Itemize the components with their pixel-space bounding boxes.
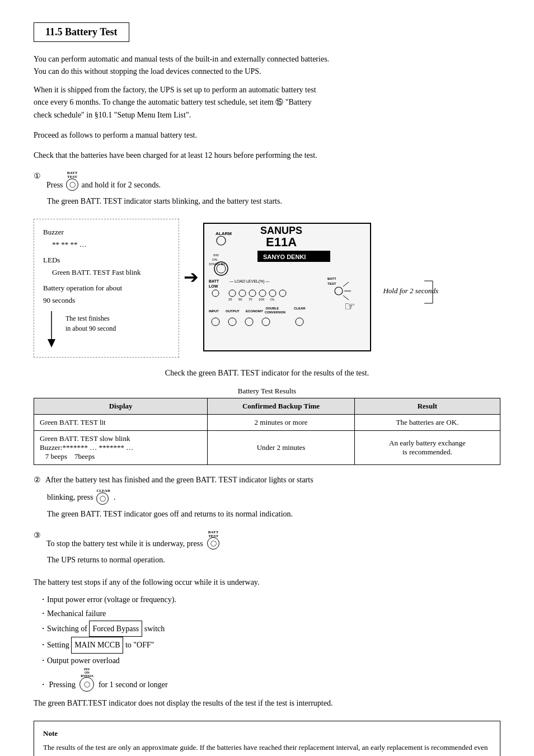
clear-button-wrapper: CLEAR ◯ [96,489,110,506]
page-container: 11.5 Battery Test You can perform automa… [34,22,500,756]
svg-text:CLEAR: CLEAR [294,307,306,310]
step2-line1: ② After the battery test has finished an… [34,474,500,486]
note-text: The results of the test are only an appr… [43,742,491,756]
batt-test-button-icon[interactable]: ◯ [66,179,78,191]
table-row: Green BATT. TEST lit 2 minutes or more T… [34,415,500,431]
svg-point-44 [262,318,270,326]
leds-label: LEDs Green BATT. TEST Fast blink [43,254,170,279]
svg-text:BATT: BATT [209,279,219,283]
svg-text:— LOAD LEVEL(%) —: — LOAD LEVEL(%) — [229,279,270,284]
stops-text: The battery test stops if any of the fol… [34,576,500,589]
step3-number: ③ [34,530,41,540]
battery-op: Battery operation for about 90 seconds [43,282,170,307]
step3-text1: To stop the battery test while it is und… [46,530,221,551]
step3-line1: ③ To stop the battery test while it is u… [34,530,500,551]
svg-text:TEST: TEST [327,282,336,285]
step1-sub: The green BATT. TEST indicator starts bl… [47,195,500,208]
svg-point-17 [229,290,236,297]
intro-para1: You can perform automatic and manual tes… [34,53,500,78]
svg-point-30 [335,287,343,295]
flow-arrow-svg [43,311,60,350]
ups-panel-svg: ALARM SANUPS E11A SANYO DENKI INV ON STA… [203,223,371,351]
svg-text:25: 25 [228,298,232,301]
svg-text:75: 75 [249,298,252,301]
row2-display: Green BATT. TEST slow blink Buzzer:*****… [34,431,208,465]
svg-point-15 [212,290,219,297]
list-item: Output power overload [39,654,500,668]
list-item: Input power error (voltage or frequency)… [39,593,500,607]
svg-point-42 [228,318,236,326]
svg-point-43 [245,318,253,326]
left-panel: Buzzer ** ** ** … LEDs Green BATT. TEST … [34,219,179,358]
proceed-text2: Check that the batteries have been charg… [34,149,500,162]
arrow-right-icon: ➔ [184,266,199,288]
pressing-button-wrapper: INVONBYPASS ◯ [79,668,94,693]
svg-text:SANYO DENKI: SANYO DENKI [263,253,306,260]
svg-point-41 [212,318,219,326]
row1-time: 2 minutes or more [208,415,355,431]
svg-point-19 [249,290,256,297]
forced-bypass-label: Forced Bypass [89,621,142,637]
svg-line-31 [343,282,349,287]
svg-text:CONVERSION: CONVERSION [265,311,285,314]
check-text: Check the green BATT. TEST indicator for… [34,369,500,378]
col-display: Display [34,398,208,415]
svg-text:ON: ON [212,258,217,261]
pressing-label-top: INVONBYPASS [79,668,94,678]
step2-text1: After the battery test has finished and … [45,474,313,486]
step3: ③ To stop the battery test while it is u… [34,530,500,566]
svg-marker-1 [48,339,55,348]
batt-test-label-top: BATTTEST [66,171,78,179]
step1-inline: ① Press BATTTEST ◯ and hold it for 2 sec… [34,171,500,192]
stop-button-wrapper: BATTTEST ◯ [207,530,219,551]
note-title: Note [43,728,491,740]
svg-point-3 [217,236,226,245]
col-time: Confirmed Backup Time [208,398,355,415]
step1: ① Press BATTTEST ◯ and hold it for 2 sec… [34,171,500,208]
down-arrows [43,311,60,350]
results-table-head: Display Confirmed Backup Time Result [34,398,500,415]
proceed-text1: Proceed as follows to perform a manual b… [34,129,500,142]
diagram-outer: Buzzer ** ** ** … LEDs Green BATT. TEST … [34,219,500,358]
step2: ② After the battery test has finished an… [34,474,500,520]
bracket-line-svg [424,275,441,309]
row2-time: Under 2 minutes [208,431,355,465]
list-item: Switching of Forced Bypass switch [39,621,500,637]
col-result: Result [354,398,500,415]
svg-text:INV: INV [213,253,219,257]
step1-text: Press BATTTEST ◯ and hold it for 2 secon… [46,171,161,192]
svg-text:DOUBLE: DOUBLE [266,307,279,310]
stop-button-icon[interactable]: ◯ [207,537,219,550]
results-header-row: Display Confirmed Backup Time Result [34,398,500,415]
pressing-button-icon[interactable]: ◯ [79,677,94,692]
svg-text:INPUT: INPUT [209,309,219,313]
svg-text:LOW: LOW [209,284,218,288]
batt-test-button-wrapper: BATTTEST ◯ [66,171,78,192]
clear-button-icon[interactable]: ◯ [96,492,109,505]
results-title: Battery Test Results [34,387,500,396]
row2-result: An early battery exchangeis recommended. [354,431,500,465]
table-row: Green BATT. TEST slow blink Buzzer:*****… [34,431,500,465]
svg-point-45 [296,318,303,326]
intro-para2: When it is shipped from the factory, the… [34,84,500,121]
svg-text:☞: ☞ [344,299,355,313]
results-table: Display Confirmed Backup Time Result Gre… [34,398,500,465]
svg-point-18 [239,290,246,297]
test-finishes-text: The test finishes in about 90 second [65,313,116,334]
svg-text:50: 50 [238,298,242,301]
list-item: Pressing INVONBYPASS ◯ for 1 second or l… [39,668,500,693]
results-section: Battery Test Results Display Confirmed B… [34,387,500,465]
svg-point-21 [269,290,276,297]
svg-point-20 [259,290,266,297]
step2-line2: blinking, press CLEAR ◯ . [47,489,500,506]
buzzer-label: Buzzer ** ** ** … [43,226,170,251]
svg-text:OL: OL [270,298,275,301]
svg-point-22 [279,290,286,297]
down-arrow-section: The test finishes in about 90 second [43,311,170,350]
svg-text:ALARM: ALARM [216,231,232,236]
ups-panel-wrapper: ALARM SANUPS E11A SANYO DENKI INV ON STA… [203,223,371,354]
main-mccb-label: MAIN MCCB [71,637,123,653]
list-item: Setting MAIN MCCB to "OFF" [39,637,500,653]
svg-text:100: 100 [259,298,265,301]
step2-sub1: The green BATT. TEST indicator goes off … [47,508,500,520]
